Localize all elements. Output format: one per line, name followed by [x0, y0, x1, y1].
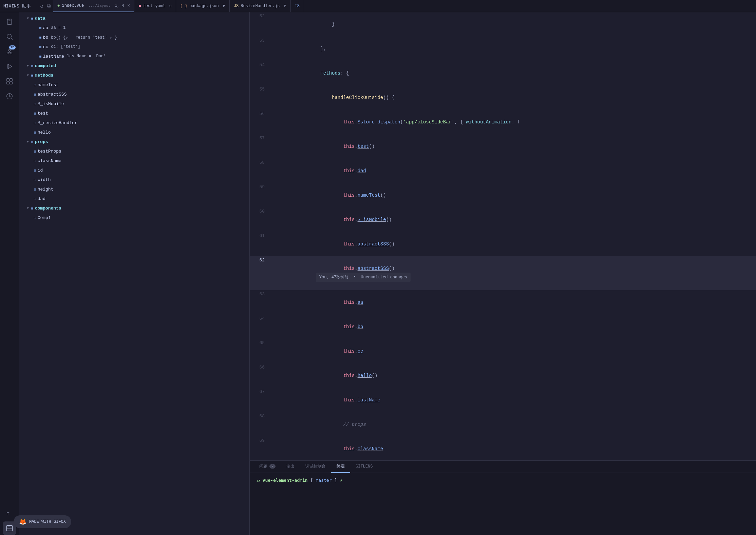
gifox-icon: 🦊	[19, 518, 26, 526]
sidebar-item-nameTest[interactable]: ⊞ nameTest	[19, 80, 249, 90]
sidebar-item-abstractSSS[interactable]: ⊞ abstractSSS	[19, 90, 249, 99]
label-comp1: Comp1	[38, 215, 51, 220]
tab-modified-yaml: U	[167, 4, 171, 8]
activity-bar: 12 T	[0, 12, 19, 535]
label-test: test	[38, 111, 48, 116]
line-number-68: 68	[250, 412, 270, 420]
activity-history[interactable]	[3, 90, 16, 103]
line-number-55: 55	[250, 85, 270, 94]
sidebar-item-bb[interactable]: ⊞ bb bb() {↵ return 'test' ↵ }	[19, 33, 249, 42]
icon-comp1: ⊞	[34, 216, 36, 220]
refresh-icon[interactable]: ↺	[40, 3, 44, 9]
line-number-59: 59	[250, 183, 270, 191]
terminal-prompt: ↵ vue-element-admin [ master ] ⚡	[257, 477, 749, 483]
gifox-watermark: 🦊 MADE WITH GIFOX	[14, 515, 71, 528]
activity-extensions[interactable]	[3, 75, 16, 88]
icon-components: ⊞	[31, 206, 34, 211]
code-line-57: 57 this.test()	[250, 134, 756, 159]
sidebar-item-testProps[interactable]: ⊞ testProps	[19, 146, 249, 156]
editor-area: 52 } 53 }, 54	[250, 12, 756, 535]
tab-package-json[interactable]: { } package.json M	[176, 0, 230, 12]
code-line-53: 53 },	[250, 37, 756, 61]
value-cc: cc: ['test']	[51, 44, 80, 49]
line-number-52: 52	[250, 12, 270, 20]
split-icon[interactable]: ⧉	[47, 3, 51, 9]
sidebar-item-lastname[interactable]: ⊞ lastName lastName = 'Doe'	[19, 52, 249, 61]
sidebar-item-id[interactable]: ⊞ id	[19, 165, 249, 175]
tab-resize-handler[interactable]: JS ResizeHandler.js M	[230, 0, 291, 12]
activity-files[interactable]	[3, 15, 16, 28]
line-content-56: this.$store.dispatch('app/closeSideBar',…	[272, 110, 756, 134]
sidebar-item-cc[interactable]: ⊞ cc cc: ['test']	[19, 42, 249, 52]
panel-tab-output[interactable]: 输出	[281, 461, 300, 473]
panel-tab-issues[interactable]: 问题 2	[254, 461, 281, 473]
icon-className: ⊞	[34, 159, 36, 163]
sidebar-item-aa[interactable]: ⊞ aa aa = 1	[19, 23, 249, 33]
panel-tab-gitlens[interactable]: GITLENS	[350, 461, 378, 473]
sidebar-item-className[interactable]: ⊞ className	[19, 156, 249, 165]
sidebar-item-components[interactable]: ▼ ⊞ components	[19, 203, 249, 213]
icon-abstractSSS: ⊞	[34, 92, 36, 97]
svg-rect-17	[10, 82, 12, 84]
panel-tab-debug-label: 调试控制台	[305, 463, 326, 469]
code-line-52: 52 }	[250, 12, 756, 37]
icon-testProps: ⊞	[34, 149, 36, 154]
panel-tab-output-label: 输出	[286, 463, 295, 469]
icon-resizeHandler: ⊞	[34, 121, 36, 125]
sidebar-item-dad[interactable]: ⊞ dad	[19, 194, 249, 203]
line-content-61: this.abstractSSS()	[272, 232, 756, 256]
tab-test-yaml[interactable]: ■ test.yaml U	[134, 0, 176, 12]
tab-modified-json: M	[221, 4, 225, 8]
label-bb: bb	[43, 35, 49, 40]
label-props: props	[35, 139, 48, 144]
tab-index-vue[interactable]: ◈ index.vue .../layout 1, M ×	[53, 0, 134, 12]
tabs-area: ◈ index.vue .../layout 1, M × ■ test.yam…	[53, 0, 753, 12]
sidebar-item-hello[interactable]: ⊞ hello	[19, 127, 249, 137]
activity-text[interactable]: T	[3, 507, 16, 520]
panel-tab-debug[interactable]: 调试控制台	[300, 461, 331, 473]
line-number-62: 62	[250, 256, 270, 264]
sidebar-item-comp1[interactable]: ⊞ Comp1	[19, 213, 249, 222]
icon-isMobile: ⊞	[34, 102, 36, 106]
sidebar-item-props[interactable]: ▼ ⊞ props	[19, 137, 249, 146]
line-number-61: 61	[250, 232, 270, 240]
activity-git[interactable]: 12	[3, 45, 16, 58]
line-content-58: this.dad	[272, 159, 756, 183]
icon-lastname: ⊞	[39, 54, 42, 59]
terminal-branch: master	[316, 478, 332, 483]
sidebar-item-test[interactable]: ⊞ test	[19, 108, 249, 118]
arrow-computed: ▼	[26, 64, 30, 68]
panel-tabs: 问题 2 输出 调试控制台 终端 GITLENS	[250, 461, 756, 473]
arrow-methods: ▼	[26, 74, 30, 77]
sidebar-item-isMobile[interactable]: ⊞ $_isMobile	[19, 99, 249, 108]
sidebar-item-resizeHandler[interactable]: ⊞ $_resizeHandler	[19, 118, 249, 127]
code-line-55: 55 handleClickOutside() {	[250, 85, 756, 110]
sidebar-item-width[interactable]: ⊞ width	[19, 175, 249, 184]
icon-id: ⊞	[34, 168, 36, 173]
sidebar-item-height[interactable]: ⊞ height	[19, 184, 249, 194]
activity-run[interactable]	[3, 60, 16, 73]
svg-text:T: T	[6, 511, 9, 516]
vue-icon: ◈	[57, 3, 60, 8]
label-isMobile: $_isMobile	[38, 101, 64, 106]
tab-modified-resize: M	[282, 4, 286, 8]
sidebar-item-computed[interactable]: ▼ ⊞ computed	[19, 61, 249, 71]
tab-close-index[interactable]: ×	[127, 3, 130, 8]
tab-label-yaml: test.yaml	[143, 4, 165, 8]
code-line-67: 67 this.lastName	[250, 388, 756, 412]
panel-tab-terminal[interactable]: 终端	[331, 461, 350, 473]
activity-search[interactable]	[3, 30, 16, 43]
icon-data: ⊞	[31, 16, 34, 21]
sidebar-item-data[interactable]: ▼ ⊞ data	[19, 14, 249, 23]
svg-point-8	[11, 53, 12, 54]
tab-ts[interactable]: TS	[291, 0, 304, 12]
line-number-66: 66	[250, 363, 270, 372]
line-content-68: // props	[272, 412, 756, 437]
code-editor[interactable]: 52 } 53 }, 54	[250, 12, 756, 460]
tab-path: .../layout	[86, 4, 111, 8]
line-content-64: this.bb	[272, 315, 756, 339]
panel-tab-issues-badge: 2	[269, 464, 276, 469]
tab-modified-index: 1, M	[113, 4, 124, 8]
sidebar-item-methods[interactable]: ▼ ⊞ methods	[19, 71, 249, 80]
code-line-69: 69 this.className	[250, 437, 756, 460]
